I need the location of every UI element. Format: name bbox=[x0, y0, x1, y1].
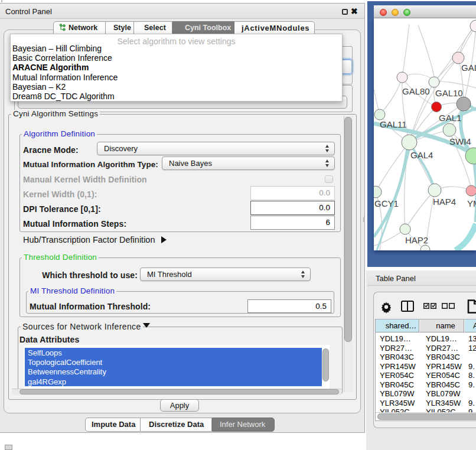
svg-text:HAP4: HAP4 bbox=[433, 197, 456, 207]
svg-text:GAL4: GAL4 bbox=[410, 150, 433, 160]
svg-text:GCY1: GCY1 bbox=[374, 198, 399, 208]
svg-text:GAL11: GAL11 bbox=[380, 119, 407, 129]
svg-text:YM: YM bbox=[467, 198, 476, 208]
svg-text:GAL2: GAL2 bbox=[461, 63, 476, 73]
svg-text:HAP2: HAP2 bbox=[405, 235, 428, 245]
svg-text:GAL80: GAL80 bbox=[402, 86, 430, 96]
svg-text:SWI4: SWI4 bbox=[449, 136, 471, 146]
svg-text:GAL1: GAL1 bbox=[439, 113, 461, 123]
svg-text:GAL10: GAL10 bbox=[435, 88, 463, 98]
